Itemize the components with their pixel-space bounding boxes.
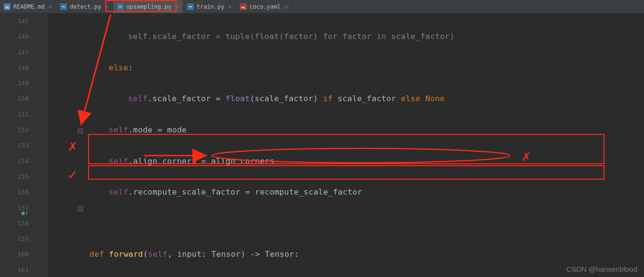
svg-text:MD: MD <box>5 6 9 10</box>
code-editor[interactable]: 145 146 147 148 149 150 151 152 153 154 … <box>0 13 644 277</box>
tab-label: detect.py <box>70 3 101 10</box>
line-number: 154 <box>0 154 29 169</box>
bookmark-icon: ●↑ <box>21 205 29 221</box>
tab-train[interactable]: train.py × <box>183 0 236 13</box>
code-line: self.recompute_scale_factor = recompute_… <box>51 185 644 200</box>
line-number: 145 <box>0 13 29 29</box>
line-number: 161 <box>0 263 29 277</box>
python-icon <box>187 3 194 10</box>
line-number: 147 <box>0 45 29 60</box>
tab-label: README.md <box>13 3 45 10</box>
watermark: CSDN @hansenblood <box>566 265 637 273</box>
tab-label: coco.yaml <box>250 3 281 10</box>
code-line: self.scale_factor = float(scale_factor) … <box>51 91 644 106</box>
line-number: 156 <box>0 185 29 200</box>
tab-upsampling[interactable]: upsampling.py × <box>113 0 183 13</box>
tab-bar: MD README.md × detect.py × upsampling.py… <box>0 0 644 13</box>
line-number: 150 <box>0 91 29 106</box>
line-number: 160 <box>0 247 29 262</box>
line-number: 148 <box>0 60 29 76</box>
python-icon <box>117 3 124 10</box>
line-number: 155 <box>0 169 29 185</box>
line-number: 151 <box>0 107 29 122</box>
line-number: 146 <box>0 29 29 44</box>
close-icon[interactable]: × <box>175 3 178 10</box>
code-line: self.align_corners = align_corners <box>51 154 644 169</box>
yaml-icon: YML <box>240 3 247 10</box>
close-icon[interactable]: × <box>228 3 231 10</box>
markdown-icon: MD <box>4 3 11 10</box>
tab-label: upsampling.py <box>126 3 172 10</box>
code-line: else: <box>51 60 644 76</box>
tab-coco[interactable]: YML coco.yaml × <box>236 0 292 13</box>
code-line: self.mode = mode <box>51 122 644 138</box>
line-number: 149 <box>0 76 29 91</box>
python-icon <box>60 3 67 10</box>
code-line <box>51 216 644 231</box>
tab-readme[interactable]: MD README.md × <box>0 0 56 13</box>
line-number: 159 <box>0 231 29 247</box>
line-number: 153 <box>0 138 29 153</box>
line-gutter: 145 146 147 148 149 150 151 152 153 154 … <box>0 13 38 277</box>
code-line: def forward(self, input: Tensor) -> Tens… <box>51 247 644 262</box>
tab-label: train.py <box>197 3 225 10</box>
tab-detect[interactable]: detect.py × <box>56 0 113 13</box>
line-number: 152 <box>0 122 29 138</box>
close-icon[interactable]: × <box>285 3 288 10</box>
code-line: self.scale_factor = tuple(float(factor) … <box>51 29 644 44</box>
svg-text:YML: YML <box>240 6 246 9</box>
close-icon[interactable]: × <box>49 3 52 10</box>
code-area[interactable]: self.scale_factor = tuple(float(factor) … <box>38 13 644 277</box>
close-icon[interactable]: × <box>105 3 108 10</box>
